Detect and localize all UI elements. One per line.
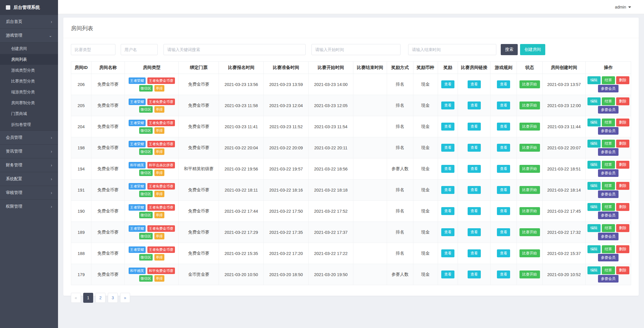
room-link-view-button[interactable]: 查看 [468, 123, 481, 131]
sidebar-item-home[interactable]: 后台首页› [0, 15, 58, 28]
settle-button[interactable]: 结算 [602, 76, 615, 84]
settle-button[interactable]: 结算 [602, 203, 615, 211]
sidebar-subitem-client-game-category[interactable]: 端游类型分类 [0, 87, 58, 97]
delete-button[interactable]: 删除 [616, 97, 629, 105]
sidebar-item-system-config[interactable]: 系统配置› [0, 172, 58, 186]
match-status-button[interactable]: 比赛开始 [519, 123, 540, 131]
pagination-page-2[interactable]: 2 [96, 293, 105, 303]
search-button[interactable]: 搜索 [501, 44, 518, 55]
members-button[interactable]: 参赛会员 [598, 233, 619, 241]
edit-button[interactable]: 编辑 [587, 245, 601, 253]
settle-button[interactable]: 结算 [602, 224, 615, 232]
game-rules-view-button[interactable]: 查看 [497, 144, 510, 152]
members-button[interactable]: 参赛会员 [598, 190, 619, 198]
edit-button[interactable]: 编辑 [587, 224, 601, 232]
delete-button[interactable]: 删除 [616, 161, 629, 169]
reward-view-button[interactable]: 查看 [441, 228, 454, 236]
match-status-button[interactable]: 比赛开始 [519, 165, 540, 173]
game-rules-view-button[interactable]: 查看 [497, 186, 510, 194]
match-status-button[interactable]: 比赛开始 [519, 207, 540, 215]
reward-view-button[interactable]: 查看 [441, 249, 454, 257]
match-status-button[interactable]: 比赛开始 [519, 228, 540, 236]
sidebar-subitem-room-list[interactable]: 房间列表 [0, 54, 58, 65]
pagination-prev[interactable]: « [71, 293, 81, 303]
sidebar-item-finance-management[interactable]: 财务管理› [0, 158, 58, 172]
username-input[interactable] [121, 44, 158, 55]
sidebar-subitem-discount-coupon[interactable]: 折扣卷管理 [0, 119, 58, 130]
sidebar-item-member-management[interactable]: 会员管理› [0, 131, 58, 144]
create-room-button[interactable]: 创建房间 [520, 44, 545, 55]
match-status-button[interactable]: 比赛开始 [519, 144, 540, 152]
reward-view-button[interactable]: 查看 [441, 207, 454, 215]
game-rules-view-button[interactable]: 查看 [497, 228, 510, 236]
sidebar-subitem-room-format-category[interactable]: 房间赛制分类 [0, 97, 58, 108]
sidebar-item-game-management[interactable]: 游戏管理⌄ [0, 28, 58, 42]
members-button[interactable]: 参赛会员 [598, 148, 619, 156]
settle-button[interactable]: 结算 [602, 161, 615, 169]
sidebar-item-news-management[interactable]: 资讯管理› [0, 144, 58, 158]
game-rules-view-button[interactable]: 查看 [497, 270, 510, 278]
sidebar-subitem-game-type-category[interactable]: 游戏类型分类 [0, 65, 58, 76]
game-rules-view-button[interactable]: 查看 [497, 207, 510, 215]
settle-button[interactable]: 结算 [602, 97, 615, 105]
reward-view-button[interactable]: 查看 [441, 102, 454, 109]
sidebar-item-audit-management[interactable]: 审核管理› [0, 186, 58, 199]
sidebar-item-permission-management[interactable]: 权限管理› [0, 199, 58, 213]
keyword-search-input[interactable] [163, 44, 306, 55]
members-button[interactable]: 参赛会员 [598, 85, 619, 93]
delete-button[interactable]: 删除 [616, 266, 629, 274]
members-button[interactable]: 参赛会员 [598, 169, 619, 177]
edit-button[interactable]: 编辑 [587, 203, 601, 211]
room-link-view-button[interactable]: 查看 [468, 102, 481, 109]
edit-button[interactable]: 编辑 [587, 119, 601, 126]
game-rules-view-button[interactable]: 查看 [497, 80, 510, 88]
delete-button[interactable]: 删除 [616, 140, 629, 148]
sidebar-subitem-match-type-category[interactable]: 比赛类型分类 [0, 76, 58, 87]
pagination-next[interactable]: » [120, 293, 130, 303]
room-link-view-button[interactable]: 查看 [468, 80, 481, 88]
game-rules-view-button[interactable]: 查看 [497, 249, 510, 257]
match-status-button[interactable]: 比赛开始 [519, 249, 540, 257]
delete-button[interactable]: 删除 [616, 182, 629, 190]
end-time-input[interactable] [408, 44, 496, 55]
delete-button[interactable]: 删除 [616, 203, 629, 211]
settle-button[interactable]: 结算 [602, 140, 615, 148]
delete-button[interactable]: 删除 [616, 119, 629, 126]
match-status-button[interactable]: 比赛开始 [519, 80, 540, 88]
match-status-button[interactable]: 比赛开始 [519, 270, 540, 278]
members-button[interactable]: 参赛会员 [598, 106, 619, 114]
members-button[interactable]: 参赛会员 [598, 127, 619, 135]
room-link-view-button[interactable]: 查看 [468, 207, 481, 215]
match-status-button[interactable]: 比赛开始 [519, 102, 540, 109]
room-link-view-button[interactable]: 查看 [468, 144, 481, 152]
start-time-input[interactable] [311, 44, 401, 55]
edit-button[interactable]: 编辑 [587, 161, 601, 169]
members-button[interactable]: 参赛会员 [598, 275, 619, 283]
delete-button[interactable]: 删除 [616, 245, 629, 253]
reward-view-button[interactable]: 查看 [441, 165, 454, 173]
members-button[interactable]: 参赛会员 [598, 254, 619, 262]
sidebar-subitem-ticket-mall[interactable]: 门票商城 [0, 108, 58, 119]
settle-button[interactable]: 结算 [602, 245, 615, 253]
user-menu[interactable]: admin [615, 5, 631, 9]
reward-view-button[interactable]: 查看 [441, 80, 454, 88]
game-rules-view-button[interactable]: 查看 [497, 123, 510, 131]
reward-view-button[interactable]: 查看 [441, 270, 454, 278]
room-link-view-button[interactable]: 查看 [468, 186, 481, 194]
edit-button[interactable]: 编辑 [587, 76, 601, 84]
match-status-button[interactable]: 比赛开始 [519, 186, 540, 194]
room-link-view-button[interactable]: 查看 [468, 270, 481, 278]
settle-button[interactable]: 结算 [602, 182, 615, 190]
delete-button[interactable]: 删除 [616, 76, 629, 84]
game-rules-view-button[interactable]: 查看 [497, 102, 510, 109]
delete-button[interactable]: 删除 [616, 224, 629, 232]
game-rules-view-button[interactable]: 查看 [497, 165, 510, 173]
members-button[interactable]: 参赛会员 [598, 212, 619, 219]
settle-button[interactable]: 结算 [602, 119, 615, 126]
edit-button[interactable]: 编辑 [587, 97, 601, 105]
edit-button[interactable]: 编辑 [587, 140, 601, 148]
pagination-page-1[interactable]: 1 [83, 293, 93, 303]
room-link-view-button[interactable]: 查看 [468, 165, 481, 173]
reward-view-button[interactable]: 查看 [441, 144, 454, 152]
sidebar-subitem-create-room[interactable]: 创建房间 [0, 43, 58, 54]
